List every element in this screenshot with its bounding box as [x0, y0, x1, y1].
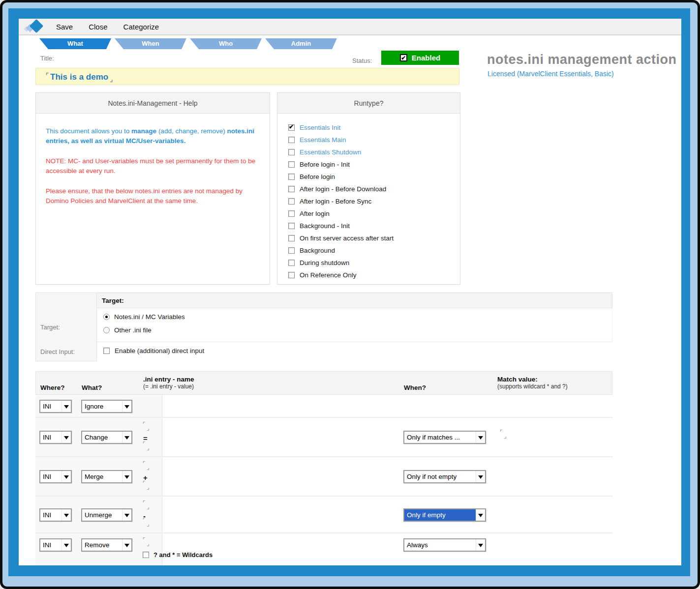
close-button[interactable]: Close: [89, 23, 107, 31]
column-header-ini-name: .ini entry - name: [143, 376, 194, 383]
dropdown-arrow-icon[interactable]: [476, 509, 485, 521]
ini-value-field[interactable]: [143, 481, 151, 490]
when-dropdown[interactable]: Only if empty: [403, 508, 486, 522]
runtype-option-label: Background - Init: [300, 222, 350, 230]
where-dropdown[interactable]: INI: [39, 400, 72, 413]
ini-name-field[interactable]: [143, 501, 151, 509]
dropdown-arrow-icon[interactable]: [61, 539, 71, 551]
ini-value-field[interactable]: [143, 518, 151, 527]
status-checkbox[interactable]: ✔: [400, 54, 407, 61]
runtype-option-after-login-before-sync[interactable]: After login - Before Sync: [288, 195, 460, 207]
column-header-match-title: Match value:: [497, 376, 568, 383]
status-enabled-toggle[interactable]: ✔ Enabled: [381, 51, 459, 65]
runtype-option-after-login[interactable]: After login: [288, 207, 460, 220]
runtype-option-background[interactable]: Background: [288, 244, 460, 257]
ini-value-field[interactable]: [143, 442, 151, 450]
runtype-option-during-shutdown[interactable]: During shutdown: [288, 257, 460, 269]
runtype-panel: Runtype? Essentials Init Essentials Main…: [277, 92, 460, 285]
wildcard-checkbox-row[interactable]: ? and * = Wildcards: [143, 551, 213, 559]
runtype-option-label: On first server access after start: [300, 235, 394, 242]
target-radio-notesini[interactable]: Notes.ini / MC Variables: [103, 312, 612, 322]
dropdown-arrow-icon[interactable]: [476, 471, 485, 482]
when-dropdown[interactable]: Only if not empty: [403, 470, 486, 483]
runtype-option-on-first-server-access[interactable]: On first server access after start: [288, 232, 460, 244]
checkbox-icon[interactable]: [288, 137, 295, 143]
dropdown-arrow-icon[interactable]: [476, 432, 485, 443]
runtype-option-essentials-shutdown[interactable]: Essentials Shutdown: [288, 146, 460, 158]
what-dropdown[interactable]: Change: [81, 431, 132, 444]
checkbox-icon[interactable]: [288, 210, 295, 217]
dropdown-arrow-icon[interactable]: [122, 509, 131, 521]
radio-selected-icon[interactable]: [103, 314, 110, 320]
checkbox-icon[interactable]: [288, 186, 295, 192]
target-row-label: Target:: [40, 324, 60, 331]
runtype-option-label: After login - Before Sync: [300, 198, 371, 205]
when-dropdown[interactable]: Only if matches ...: [403, 431, 486, 444]
dropdown-arrow-icon[interactable]: [122, 432, 131, 443]
what-dropdown[interactable]: Merge: [81, 470, 132, 483]
checkbox-icon[interactable]: [288, 161, 295, 168]
dropdown-arrow-icon[interactable]: [122, 401, 131, 412]
tab-admin[interactable]: Admin: [265, 38, 337, 49]
dropdown-value: Always: [404, 539, 476, 551]
checkbox-icon[interactable]: [288, 174, 295, 180]
tab-who[interactable]: Who: [190, 38, 262, 49]
checkbox-icon[interactable]: [288, 247, 295, 254]
checkbox-icon[interactable]: [288, 198, 295, 205]
what-dropdown[interactable]: Ignore: [81, 400, 132, 413]
dropdown-arrow-icon[interactable]: [122, 471, 131, 482]
dropdown-arrow-icon[interactable]: [476, 539, 485, 551]
target-section: Target: Direct Input: Target: Notes.ini …: [35, 293, 612, 361]
ini-name-field[interactable]: [143, 537, 151, 546]
runtype-option-before-login-init[interactable]: Before login - Init: [288, 158, 460, 171]
checkbox-icon[interactable]: [288, 223, 295, 229]
wildcard-checkbox-label: ? and * = Wildcards: [153, 551, 213, 559]
tab-bar: What When Who Admin: [39, 38, 340, 49]
runtype-option-essentials-main[interactable]: Essentials Main: [288, 134, 460, 146]
direct-input-checkbox-row[interactable]: Enable (additional) direct input: [103, 347, 612, 354]
target-label-column: Target: Direct Input:: [35, 293, 97, 361]
dropdown-arrow-icon[interactable]: [122, 539, 131, 551]
where-dropdown[interactable]: INI: [39, 470, 72, 483]
checkbox-icon[interactable]: [103, 348, 110, 354]
dropdown-arrow-icon[interactable]: [61, 471, 71, 482]
dropdown-value: Ignore: [82, 401, 122, 412]
save-button[interactable]: Save: [56, 23, 73, 31]
where-dropdown[interactable]: INI: [39, 508, 72, 522]
runtype-option-on-reference-only[interactable]: On Reference Only: [288, 269, 460, 281]
what-dropdown[interactable]: Unmerge: [81, 508, 132, 522]
categorize-button[interactable]: Categorize: [123, 23, 159, 31]
help-panel-header: Notes.ini-Management - Help: [36, 93, 270, 114]
what-dropdown[interactable]: Remove: [81, 538, 132, 552]
runtype-option-background-init[interactable]: Background - Init: [288, 220, 460, 232]
dropdown-arrow-icon[interactable]: [61, 509, 71, 521]
checkbox-icon[interactable]: [288, 260, 295, 266]
dropdown-arrow-icon[interactable]: [61, 401, 71, 412]
help-note-1: NOTE: MC- and User-variables must be set…: [46, 156, 260, 176]
column-header-ini-entry: .ini entry - name (= .ini entry - value): [143, 376, 194, 390]
target-radio-other-ini[interactable]: Other .ini file: [103, 325, 612, 335]
match-value-field[interactable]: [500, 430, 508, 439]
dropdown-arrow-icon[interactable]: [61, 432, 71, 443]
title-input[interactable]: This is a demo: [35, 68, 459, 85]
checkbox-icon[interactable]: [288, 149, 295, 155]
tab-when[interactable]: When: [115, 38, 186, 49]
where-dropdown[interactable]: INI: [39, 538, 72, 552]
checkbox-icon[interactable]: [288, 235, 295, 241]
runtype-option-before-login[interactable]: Before login: [288, 171, 460, 183]
column-header-match-value: Match value: (supports wildcard * and ?): [497, 376, 568, 390]
checkbox-icon[interactable]: [143, 552, 149, 558]
runtype-option-essentials-init[interactable]: Essentials Init: [288, 121, 460, 134]
dropdown-value: Only if matches ...: [404, 432, 476, 443]
ini-name-field[interactable]: [143, 422, 151, 431]
tab-what[interactable]: What: [39, 38, 111, 49]
where-dropdown[interactable]: INI: [39, 431, 72, 444]
checkbox-icon[interactable]: [288, 272, 295, 278]
ini-name-field[interactable]: [143, 461, 151, 470]
checkbox-icon[interactable]: [288, 124, 295, 131]
runtype-option-after-login-before-download[interactable]: After login - Before Download: [288, 183, 460, 195]
column-header-where: Where?: [40, 384, 65, 391]
when-dropdown[interactable]: Always: [403, 538, 486, 552]
document-content: Save Close Categorize What When Who Admi…: [19, 19, 681, 565]
radio-icon[interactable]: [103, 327, 110, 333]
